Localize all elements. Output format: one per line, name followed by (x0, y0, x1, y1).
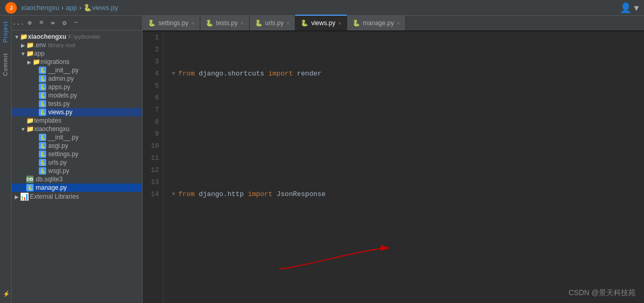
breadcrumb-sep1: › (61, 4, 63, 12)
tree-item-db[interactable]: ▶ DB db.sqlite3 (12, 175, 142, 183)
vtab-project[interactable]: Project (0, 16, 11, 48)
tree-item-templates[interactable]: ▶ 📁 templates (12, 116, 142, 125)
user-menu-icon[interactable]: 👤 ▾ (620, 2, 639, 14)
vtab-commit[interactable]: Commit (0, 48, 11, 81)
breadcrumb-file[interactable]: views.py (92, 4, 118, 12)
code-line-2 (172, 116, 644, 152)
editor-tabs: 🐍 settings.py × 🐍 tests.py × 🐍 urls.py ×… (143, 16, 644, 31)
code-line-3: ▼ from django.http import JsonResponse (172, 188, 644, 200)
tab-label-settings: settings.py (158, 19, 188, 27)
py-icon-wsgi: 🐍 (39, 167, 46, 175)
arrow-project: ▼ (14, 34, 20, 40)
vtab-extra[interactable]: ⚡ (0, 285, 11, 303)
tab-close-tests[interactable]: × (240, 20, 243, 26)
folder-project-icon: 📁 (20, 33, 28, 40)
tree-label-templates: templates (34, 117, 61, 124)
tree-label-tests-app: tests.py (48, 100, 70, 107)
code-text-1b: render (293, 68, 321, 80)
tree-item-wsgi[interactable]: ▶ 🐍 wsgi.py (12, 167, 142, 175)
tree-item-tests-app[interactable]: ▶ 🐍 tests.py (12, 100, 142, 108)
kw-from-3: from (178, 188, 195, 200)
toolbar-dots[interactable]: ... (14, 18, 23, 28)
tree-item-init-app[interactable]: ▶ 🐍 __init__.py (12, 66, 142, 74)
breadcrumb: xiaochengxu › app › 🐍 views.py (21, 4, 118, 12)
toolbar-minimize[interactable]: − (71, 18, 81, 28)
toolbar-collapse[interactable]: ≖ (48, 18, 58, 28)
py-icon-admin: 🐍 (39, 75, 46, 82)
tab-close-settings[interactable]: × (191, 20, 194, 26)
tree-item-views[interactable]: ▶ 🐍 views.py (12, 108, 142, 116)
code-container: 1 2 3 4 5 6 7 8 9 10 11 12 13 14 ▼ from (143, 31, 644, 303)
tree-item-init-xc[interactable]: ▶ 🐍 __init__.py (12, 133, 142, 142)
tree-label-db: db.sqlite3 (36, 176, 62, 183)
tab-views[interactable]: 🐍 views.py × (295, 15, 347, 30)
tree-item-env[interactable]: ▶ 📁 .env library root (12, 41, 142, 49)
tree-item-migrations[interactable]: ▶ 📁 migrations (12, 58, 142, 66)
folder-xiaochengxu-sub-icon: 📁 (26, 125, 34, 133)
folder-env-icon: 📁 (26, 41, 34, 49)
folder-app-icon: 📁 (26, 50, 34, 57)
tree-item-app[interactable]: ▼ 📁 app (12, 49, 142, 58)
tree-item-apps[interactable]: ▶ 🐍 apps.py (12, 83, 142, 91)
tab-icon-urls: 🐍 (255, 19, 263, 27)
line-numbers: 1 2 3 4 5 6 7 8 9 10 11 12 13 14 (143, 31, 164, 303)
sidebar-toolbar: ... ⊕ ≡ ≖ ⚙ − (12, 16, 142, 30)
kw-from-1: from (178, 68, 195, 80)
tab-label-manage: manage.py (363, 19, 394, 27)
folder-migrations-icon: 📁 (33, 58, 40, 66)
tree-label-ext-libs: External Libraries (30, 193, 79, 200)
tab-urls[interactable]: 🐍 urls.py × (250, 16, 296, 30)
tree-item-xiaochengxu-sub[interactable]: ▼ 📁 xiaochengxu (12, 125, 142, 133)
tab-manage[interactable]: 🐍 manage.py × (347, 16, 406, 30)
tree-item-manage[interactable]: ▶ 🐍 manage.py (12, 183, 142, 192)
tree-label-views: views.py (48, 109, 72, 116)
tree-label-init-app: __init__.py (48, 67, 79, 74)
py-icon-settings: 🐍 (39, 150, 46, 158)
tree-label-apps: apps.py (48, 83, 70, 91)
tree-label-models: models.py (48, 92, 77, 99)
py-icon-asgi: 🐍 (39, 142, 46, 149)
tab-close-views[interactable]: × (338, 20, 341, 26)
kw-import-3: import (248, 188, 273, 200)
code-line-4 (172, 236, 644, 273)
tree-label-migrations: migrations (40, 58, 69, 66)
fold-1: ▼ (172, 68, 178, 80)
tree-item-asgi[interactable]: ▶ 🐍 asgi.py (12, 142, 142, 150)
editor-area: 🐍 settings.py × 🐍 tests.py × 🐍 urls.py ×… (143, 16, 644, 303)
tree-item-ext-libs[interactable]: ▶ 📊 External Libraries (12, 192, 142, 201)
arrow-migrations: ▶ (26, 59, 33, 65)
main-layout: Project Commit ⚡ ... ⊕ ≡ ≖ ⚙ − ▼ 📁 xiaoc… (0, 16, 644, 303)
tree-item-admin[interactable]: ▶ 🐍 admin.py (12, 74, 142, 83)
db-icon: DB (26, 176, 34, 183)
code-editor[interactable]: ▼ from django.shortcuts import render ▼ … (164, 31, 644, 303)
tree-item-models[interactable]: ▶ 🐍 models.py (12, 91, 142, 100)
arrow-app: ▼ (20, 51, 26, 57)
tree-item-settings[interactable]: ▶ 🐍 settings.py (12, 150, 142, 158)
tab-label-urls: urls.py (265, 19, 284, 27)
folder-templates-icon: 📁 (26, 117, 34, 124)
tab-label-tests: tests.py (216, 19, 238, 27)
app-logo: J (5, 2, 17, 14)
py-icon-views: 🐍 (39, 109, 46, 116)
py-icon-init-xc: 🐍 (39, 134, 46, 141)
tree-label-admin: admin.py (48, 75, 74, 82)
file-icon: 🐍 (83, 4, 92, 12)
tree-item-urls[interactable]: ▶ 🐍 urls.py (12, 158, 142, 167)
tree-item-project[interactable]: ▼ 📁 xiaochengxu F:\pythoniter (12, 33, 142, 41)
kw-import-1: import (269, 68, 293, 80)
tab-settings[interactable]: 🐍 settings.py × (143, 16, 200, 30)
tab-close-manage[interactable]: × (396, 20, 400, 26)
breadcrumb-project[interactable]: xiaochengxu (21, 4, 59, 12)
fold-3: ▼ (172, 188, 178, 200)
toolbar-settings[interactable]: ⚙ (60, 18, 69, 28)
tree-label-asgi: asgi.py (48, 142, 68, 149)
code-text-3a: django.http (195, 188, 248, 200)
breadcrumb-folder[interactable]: app (66, 4, 77, 12)
toolbar-list[interactable]: ≡ (37, 18, 46, 28)
tab-icon-manage: 🐍 (352, 19, 360, 27)
tab-icon-views: 🐍 (300, 19, 308, 27)
tab-close-urls[interactable]: × (286, 20, 289, 26)
tab-tests[interactable]: 🐍 tests.py × (200, 16, 250, 30)
toolbar-add[interactable]: ⊕ (25, 18, 35, 28)
py-icon-init-app: 🐍 (39, 67, 46, 74)
